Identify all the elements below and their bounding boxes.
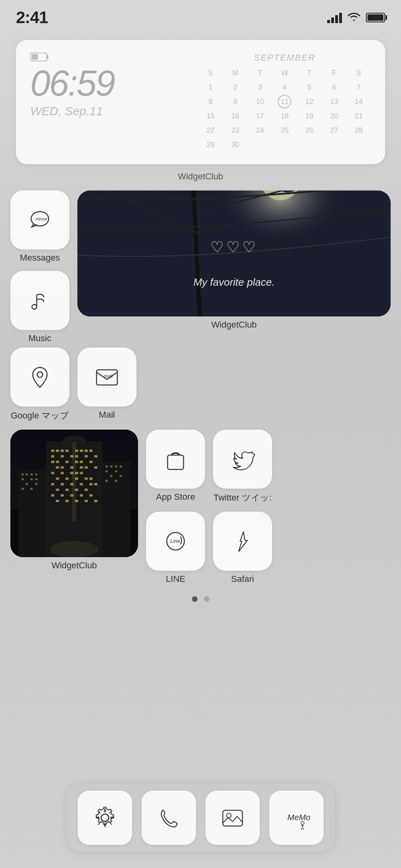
svg-rect-79 bbox=[35, 473, 38, 475]
svg-rect-22 bbox=[75, 450, 78, 452]
svg-rect-24 bbox=[85, 450, 88, 452]
svg-text:messe: messe bbox=[36, 217, 47, 221]
svg-rect-96 bbox=[115, 480, 117, 482]
svg-rect-66 bbox=[70, 494, 73, 497]
cal-day-10: 10 bbox=[253, 95, 267, 108]
app-appstore-icon[interactable] bbox=[146, 430, 205, 489]
app-messages-wrap[interactable]: messe Messages bbox=[10, 190, 69, 263]
cal-day-28: 28 bbox=[352, 124, 365, 137]
page-dot-1[interactable] bbox=[192, 596, 198, 602]
cal-day-17: 17 bbox=[253, 109, 267, 123]
svg-rect-69 bbox=[56, 500, 59, 502]
app-grid-row1: messe Messages Music bbox=[0, 190, 401, 422]
svg-rect-35 bbox=[75, 461, 78, 463]
svg-point-10 bbox=[37, 372, 43, 377]
svg-rect-17 bbox=[72, 442, 76, 521]
row1-bottom: Google マップ mail Mail bbox=[10, 348, 136, 422]
cal-day-21: 21 bbox=[352, 109, 365, 123]
svg-rect-18 bbox=[51, 450, 54, 452]
widgetclub-label2: WidgetClub bbox=[51, 560, 97, 571]
widget-hearts: ♡♡♡ bbox=[210, 238, 258, 256]
cal-header-m: M bbox=[229, 66, 242, 80]
svg-rect-33 bbox=[56, 461, 59, 463]
time-calendar-widget[interactable]: 06:59 WED, Sep.11 SEPTEMBER S M T W T F … bbox=[16, 40, 385, 164]
app-music-wrap[interactable]: Music bbox=[10, 271, 69, 344]
page-dot-2[interactable] bbox=[204, 596, 209, 602]
svg-rect-26 bbox=[51, 455, 54, 458]
svg-rect-44 bbox=[51, 472, 54, 474]
cal-month: SEPTEMBER bbox=[199, 53, 371, 63]
svg-rect-89 bbox=[115, 465, 117, 467]
safari-icon bbox=[228, 527, 257, 556]
app-twitter-wrap[interactable]: Twitter ツイッ: bbox=[213, 430, 272, 504]
dock-memo[interactable]: MeMo bbox=[269, 791, 324, 845]
cal-header-w: W bbox=[278, 66, 291, 80]
city-svg bbox=[10, 430, 138, 557]
app-mail-wrap[interactable]: mail Mail bbox=[77, 348, 136, 422]
cal-day-15: 15 bbox=[204, 109, 217, 123]
app-mail-icon[interactable]: mail bbox=[77, 348, 136, 407]
app-mail-label: Mail bbox=[99, 410, 115, 420]
svg-rect-92 bbox=[115, 470, 117, 472]
svg-rect-46 bbox=[70, 472, 73, 474]
cal-day-26: 26 bbox=[302, 124, 316, 137]
svg-rect-84 bbox=[35, 483, 38, 485]
app-line-wrap[interactable]: Line LINE bbox=[146, 512, 205, 584]
svg-rect-80 bbox=[22, 478, 24, 480]
app-gmaps-icon[interactable] bbox=[10, 348, 69, 407]
app-line-label: LINE bbox=[166, 574, 186, 584]
phone-icon bbox=[155, 804, 182, 831]
cal-day-6: 6 bbox=[327, 81, 341, 94]
cal-day-empty4 bbox=[327, 138, 341, 151]
svg-rect-41 bbox=[80, 466, 83, 469]
cal-day-11: 11 bbox=[278, 95, 291, 108]
svg-rect-31 bbox=[94, 455, 97, 458]
svg-rect-56 bbox=[70, 483, 73, 485]
cal-day-14: 14 bbox=[352, 95, 365, 108]
svg-rect-21 bbox=[65, 450, 69, 452]
cal-day-23: 23 bbox=[229, 124, 242, 137]
app-appstore-label: App Store bbox=[156, 492, 195, 502]
cal-header-s: S bbox=[204, 66, 217, 80]
cal-day-empty1 bbox=[253, 138, 267, 151]
cal-header-t2: T bbox=[302, 66, 316, 80]
small-apps-row1: App Store Twitter ツイッ: bbox=[146, 430, 391, 504]
svg-rect-43 bbox=[94, 466, 97, 469]
svg-rect-29 bbox=[75, 455, 78, 458]
app-music-icon[interactable] bbox=[10, 271, 69, 330]
widgetclub-photo-widget1[interactable]: ♡♡♡ My favorite place. WidgetClub bbox=[77, 190, 391, 344]
svg-rect-58 bbox=[89, 483, 93, 485]
app-messages-icon[interactable]: messe bbox=[10, 190, 69, 249]
svg-rect-40 bbox=[70, 466, 73, 469]
app-gmaps-wrap[interactable]: Google マップ bbox=[10, 348, 69, 422]
app-safari-wrap[interactable]: Safari bbox=[213, 512, 272, 584]
cal-day-27: 27 bbox=[327, 124, 341, 137]
app-line-icon[interactable]: Line bbox=[146, 512, 205, 571]
svg-rect-39 bbox=[61, 466, 64, 469]
dock-settings[interactable] bbox=[78, 791, 132, 845]
svg-rect-53 bbox=[89, 477, 93, 480]
svg-rect-64 bbox=[51, 494, 54, 497]
svg-point-106 bbox=[301, 821, 304, 825]
cal-grid: S M T W T F S 1 2 3 4 5 6 7 8 9 10 11 bbox=[199, 66, 371, 151]
cal-day-empty3 bbox=[302, 138, 316, 151]
svg-text:Line: Line bbox=[170, 538, 180, 544]
widgetclub-photo-widget2[interactable]: WidgetClub bbox=[10, 430, 138, 584]
svg-rect-59 bbox=[94, 483, 97, 485]
cal-day-1: 1 bbox=[204, 81, 217, 94]
dock-photos[interactable] bbox=[205, 791, 260, 845]
svg-rect-47 bbox=[75, 472, 78, 474]
svg-rect-52 bbox=[85, 477, 88, 480]
photos-icon bbox=[219, 804, 246, 831]
svg-rect-88 bbox=[110, 465, 113, 467]
svg-rect-87 bbox=[105, 465, 108, 467]
app-appstore-wrap[interactable]: App Store bbox=[146, 430, 205, 504]
svg-rect-73 bbox=[94, 500, 97, 502]
svg-rect-68 bbox=[89, 494, 93, 497]
dock-phone[interactable] bbox=[142, 791, 196, 845]
svg-rect-36 bbox=[80, 461, 83, 463]
app-safari-icon[interactable] bbox=[213, 512, 272, 571]
app-twitter-icon[interactable] bbox=[213, 430, 272, 489]
cal-day-24: 24 bbox=[253, 124, 267, 137]
svg-point-97 bbox=[50, 541, 98, 557]
